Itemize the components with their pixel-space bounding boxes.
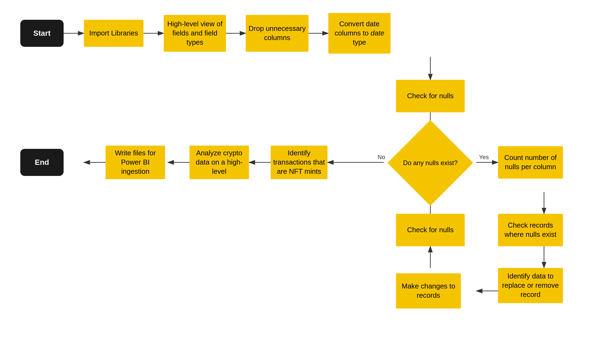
- check-records-node: Check records where nulls exist: [498, 214, 563, 246]
- import-libraries-node: Import Libraries: [84, 20, 143, 47]
- convert-date-node: Convert date columns to date type: [328, 13, 391, 54]
- analyze-crypto-node: Analyze crypto data on a high-level: [189, 146, 249, 179]
- arrows-svg: [0, 0, 616, 364]
- make-changes-node: Make changes to records: [396, 273, 461, 309]
- write-files-node: Write files for Power BI ingestion: [106, 146, 165, 179]
- check-nulls-2-node: Check for nulls: [396, 214, 465, 246]
- yes-label: Yes: [479, 154, 489, 161]
- count-nulls-node: Count number of nulls per column: [498, 146, 563, 179]
- no-label: No: [378, 154, 385, 161]
- decision-nulls-node: Do any nulls exist?: [388, 120, 473, 206]
- high-level-view-node: High-level view of fields and field type…: [164, 15, 226, 52]
- start-node: Start: [20, 20, 64, 47]
- drop-columns-node: Drop unnecessary columns: [246, 15, 309, 52]
- identify-data-node: Identify data to replace or remove recor…: [498, 268, 563, 303]
- end-node: End: [20, 149, 64, 176]
- check-nulls-1-node: Check for nulls: [396, 80, 465, 112]
- flowchart: Start Import Libraries High-level view o…: [0, 0, 616, 364]
- identify-nft-node: Identify transactions that are NFT mints: [271, 146, 327, 179]
